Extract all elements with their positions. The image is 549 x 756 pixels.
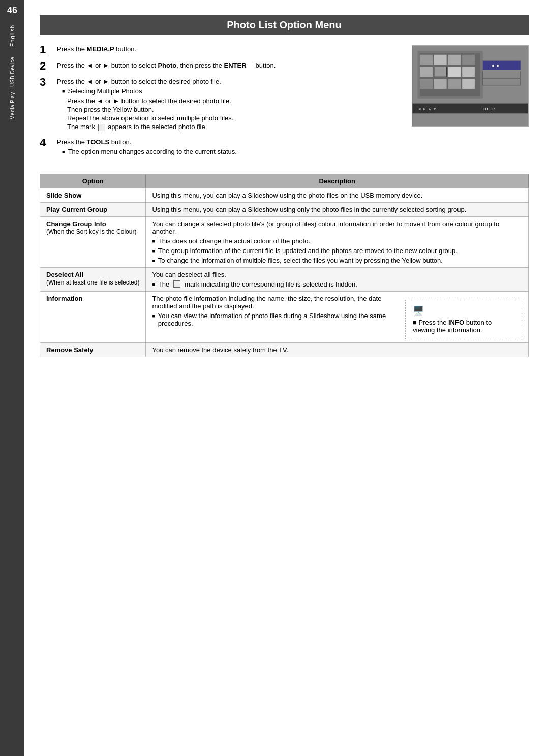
- instructions: 1 Press the MEDIA.P button. 2 Press the …: [40, 45, 402, 164]
- svg-rect-9: [448, 55, 461, 65]
- option-information-label: Information: [46, 295, 83, 302]
- svg-rect-18: [462, 79, 475, 89]
- option-deselectall-sub: (When at least one file is selected): [46, 279, 139, 286]
- svg-text:TOOLS: TOOLS: [483, 107, 497, 111]
- sidebar: 46 English Media Play - USB Device: [0, 0, 24, 756]
- header-option: Option: [40, 174, 146, 188]
- desc-changegroup-b1: This does not change the actual colour o…: [152, 237, 522, 245]
- svg-rect-8: [434, 55, 447, 65]
- svg-rect-15: [420, 79, 433, 89]
- desc-changegroup-b2: The group information of the current fil…: [152, 247, 522, 255]
- option-deselectall: Deselect All (When at least one file is …: [40, 267, 146, 291]
- svg-rect-16: [434, 79, 447, 89]
- step-4-main: Press the TOOLS button.: [57, 138, 402, 146]
- svg-text:◄ ►: ◄ ►: [491, 63, 501, 68]
- step-3-sub-3: Repeat the above operation to select mul…: [67, 114, 402, 122]
- step-3-sub-1: Press the ◄ or ► button to select the de…: [67, 97, 402, 105]
- table-row-playcurrent: Play Current Group Using this menu, you …: [40, 202, 529, 216]
- svg-rect-13: [448, 67, 461, 77]
- step-4-content: Press the TOOLS button. The option menu …: [57, 138, 402, 158]
- sidebar-section: Media Play - USB Device: [10, 57, 15, 120]
- step-3-content: Press the ◄ or ► button to select the de…: [57, 78, 402, 132]
- option-changegroup: Change Group Info (When the Sort key is …: [40, 216, 146, 267]
- step-4: 4 Press the TOOLS button. The option men…: [40, 138, 402, 158]
- svg-text:◄ ►  ▲ ▼: ◄ ► ▲ ▼: [417, 107, 437, 111]
- desc-deselectall-main: You can deselect all files.: [152, 271, 226, 278]
- table-row-removesafely: Remove Safely You can remove the device …: [40, 342, 529, 357]
- page-number: 46: [0, 0, 24, 20]
- desc-changegroup-main: You can change a selected photo file's (…: [152, 220, 499, 235]
- step-1: 1 Press the MEDIA.P button.: [40, 45, 402, 55]
- info-box-icon: 🖥️: [413, 305, 514, 317]
- desc-information-text: The photo file information including the…: [152, 295, 395, 339]
- header-description: Description: [146, 174, 529, 188]
- desc-deselectall-b1: The mark indicating the corresponding fi…: [152, 280, 522, 288]
- table-row-changegroup: Change Group Info (When the Sort key is …: [40, 216, 529, 267]
- desc-changegroup-b3: To change the information of multiple fi…: [152, 257, 522, 264]
- tv-svg-overlay: ◄ ►: [412, 46, 528, 126]
- step-1-text: Press the MEDIA.P button.: [57, 45, 402, 53]
- step-2: 2 Press the ◄ or ► button to select Phot…: [40, 61, 402, 72]
- option-slideshow: Slide Show: [40, 188, 146, 202]
- desc-information: The photo file information including the…: [146, 291, 529, 342]
- mark-symbol-2: [173, 280, 180, 288]
- step-1-content: Press the MEDIA.P button.: [57, 45, 402, 55]
- step-3-bullet: Selecting Multiple Photos: [62, 87, 402, 95]
- desc-removesafely: You can remove the device safely from th…: [146, 342, 529, 357]
- step-4-number: 4: [40, 137, 52, 148]
- table-row-deselectall: Deselect All (When at least one file is …: [40, 267, 529, 291]
- svg-rect-11: [420, 67, 433, 77]
- step-3-sub-4: The mark appears to the selected photo f…: [67, 123, 402, 131]
- page-wrapper: 46 English Media Play - USB Device Photo…: [0, 0, 549, 756]
- step-3-sub-2: Then press the Yellow button.: [67, 106, 402, 113]
- option-playcurrent: Play Current Group: [40, 202, 146, 216]
- info-box: 🖥️ ■ Press the INFO button to viewing th…: [405, 300, 522, 339]
- desc-deselectall: You can deselect all files. The mark ind…: [146, 267, 529, 291]
- tv-screen: ◄ ►: [412, 46, 528, 126]
- desc-information-main: The photo file information including the…: [152, 295, 381, 310]
- option-changegroup-label: Change Group Info: [46, 220, 106, 228]
- desc-slideshow: Using this menu, you can play a Slidesho…: [146, 188, 529, 202]
- option-slideshow-label: Slide Show: [46, 192, 81, 199]
- option-removesafely-label: Remove Safely: [46, 346, 94, 354]
- table-row-slideshow: Slide Show Using this menu, you can play…: [40, 188, 529, 202]
- option-removesafely: Remove Safely: [40, 342, 146, 357]
- sidebar-language: English: [9, 25, 15, 47]
- step-2-number: 2: [40, 60, 52, 72]
- step-2-text: Press the ◄ or ► button to select Photo,…: [57, 61, 402, 69]
- svg-rect-7: [420, 55, 433, 65]
- table-header-row: Option Description: [40, 174, 529, 188]
- desc-changegroup: You can change a selected photo file's (…: [146, 216, 529, 267]
- desc-information-b1: You can view the information of photo fi…: [152, 312, 395, 327]
- page-title: Photo List Option Menu: [40, 15, 529, 35]
- step-4-bullet: The option menu changes according to the…: [62, 148, 402, 155]
- svg-rect-10: [462, 55, 475, 65]
- svg-rect-14: [462, 67, 475, 77]
- option-table: Option Description Slide Show Using this…: [40, 174, 529, 357]
- table-section-wrapper: Option Description Slide Show Using this…: [40, 174, 529, 357]
- mark-symbol: [98, 124, 105, 131]
- svg-rect-12: [434, 67, 447, 77]
- top-section: 1 Press the MEDIA.P button. 2 Press the …: [40, 45, 529, 164]
- step-1-number: 1: [40, 44, 52, 55]
- step-3-main: Press the ◄ or ► button to select the de…: [57, 78, 402, 85]
- step-3: 3 Press the ◄ or ► button to select the …: [40, 78, 402, 132]
- svg-rect-3: [483, 61, 521, 70]
- option-playcurrent-label: Play Current Group: [46, 206, 107, 213]
- option-changegroup-sub: (When the Sort key is the Colour): [46, 228, 136, 235]
- desc-playcurrent: Using this menu, you can play a Slidesho…: [146, 202, 529, 216]
- table-row-information: Information The photo file information i…: [40, 291, 529, 342]
- main-content: Photo List Option Menu 1 Press the MEDIA…: [24, 0, 549, 756]
- option-information: Information: [40, 291, 146, 342]
- tv-image: ◄ ►: [412, 45, 529, 127]
- step-2-content: Press the ◄ or ► button to select Photo,…: [57, 61, 402, 71]
- desc-information-wrapper: The photo file information including the…: [152, 295, 522, 339]
- svg-rect-17: [448, 79, 461, 89]
- option-deselectall-label: Deselect All: [46, 271, 83, 278]
- step-3-number: 3: [40, 77, 52, 88]
- info-box-text: ■ Press the INFO button to viewing the i…: [413, 319, 514, 334]
